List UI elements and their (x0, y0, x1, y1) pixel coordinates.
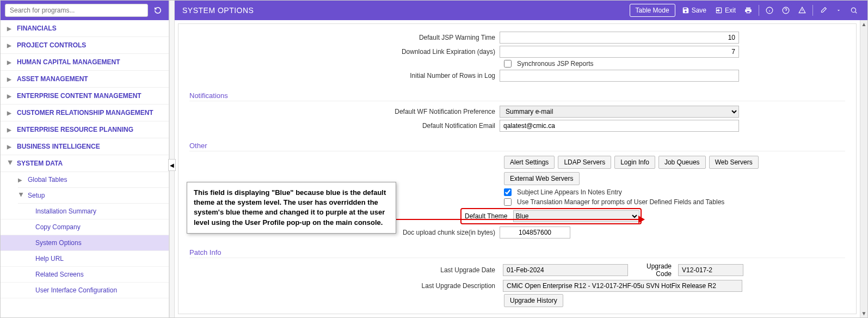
vertical-scrollbar[interactable]: ▲ ▼ (860, 20, 867, 317)
default-theme-highlight: Default Theme Blue (460, 208, 642, 224)
upgrade-code-input (678, 264, 743, 276)
external-web-servers-button[interactable]: External Web Servers (504, 172, 580, 185)
table-mode-button[interactable]: Table Mode (630, 4, 675, 17)
edit-icon (820, 7, 827, 14)
edit-button[interactable] (817, 4, 829, 17)
divider (759, 5, 759, 16)
nav-setup[interactable]: ▶Setup (18, 188, 169, 204)
nav-label: CUSTOMER RELATIONSHIP MANAGEMENT (17, 109, 153, 117)
nav-label: SYSTEM DATA (17, 160, 63, 167)
nav-label: ASSET MANAGEMENT (17, 75, 88, 83)
refresh-icon (154, 7, 162, 14)
nav-label: BUSINESS INTELLIGENCE (17, 143, 100, 150)
nav-crm[interactable]: ▶CUSTOMER RELATIONSHIP MANAGEMENT (1, 105, 169, 121)
top-actions: Table Mode Save Exit (630, 4, 860, 17)
chevron-right-icon: ▶ (7, 59, 14, 65)
save-button[interactable]: Save (680, 4, 709, 17)
nav-label: ENTERPRISE RESOURCE PLANNING (17, 126, 133, 133)
login-info-button[interactable]: Login Info (614, 156, 655, 169)
info-icon (766, 7, 773, 14)
save-label: Save (692, 7, 706, 14)
scroll-up-icon[interactable]: ▲ (860, 21, 867, 27)
translation-checkbox[interactable] (504, 198, 512, 206)
upgrade-code-label: Upgrade Code (631, 262, 675, 278)
subject-line-checkbox[interactable] (504, 188, 512, 196)
chevron-right-icon: ▶ (18, 177, 24, 183)
nav-system-data[interactable]: ▶SYSTEM DATA (1, 155, 169, 172)
help-button[interactable] (780, 4, 792, 17)
nav-related-screens[interactable]: Related Screens (1, 267, 169, 283)
nav-installation-summary[interactable]: Installation Summary (1, 204, 169, 219)
sidebar: ▶FINANCIALS ▶PROJECT CONTROLS ▶HUMAN CAP… (1, 1, 169, 317)
jsp-warning-input[interactable] (500, 32, 739, 44)
initial-rows-input[interactable] (500, 70, 739, 82)
chevron-right-icon: ▶ (7, 26, 14, 32)
jsp-warning-label: Default JSP Warning Time (189, 34, 500, 41)
search-input[interactable] (5, 4, 148, 17)
ldap-servers-button[interactable]: LDAP Servers (558, 156, 611, 169)
exit-icon (715, 7, 723, 14)
content-wrap: Default JSP Warning Time Download Link E… (175, 20, 867, 317)
exit-button[interactable]: Exit (713, 4, 738, 17)
nav-help-url[interactable]: Help URL (1, 251, 169, 267)
search-icon (850, 7, 858, 14)
page-title: SYSTEM OPTIONS (182, 6, 254, 15)
nav-system-options[interactable]: System Options (1, 235, 169, 251)
wf-pref-label: Default WF Notification Preference (189, 108, 500, 115)
main-panel: SYSTEM OPTIONS Table Mode Save Exit (175, 1, 867, 317)
download-exp-input[interactable] (500, 46, 739, 58)
alert-icon (798, 7, 806, 14)
notif-email-input[interactable] (500, 120, 739, 132)
annotation-callout: This field is displaying "Blue" because … (187, 182, 396, 234)
chevron-right-icon: ▶ (7, 127, 14, 133)
nav-erp[interactable]: ▶ENTERPRISE RESOURCE PLANNING (1, 121, 169, 138)
chevron-right-icon: ▶ (7, 110, 14, 116)
nav-hcm[interactable]: ▶HUMAN CAPITAL MANAGEMENT (1, 54, 169, 71)
translation-label: Use Translation Manager for prompts of U… (517, 198, 724, 206)
dropdown-button[interactable] (834, 4, 844, 17)
splitter-handle[interactable]: ◀ (168, 159, 176, 171)
nav-asset-mgmt[interactable]: ▶ASSET MANAGEMENT (1, 71, 169, 88)
patch-info-heading: Patch Info (189, 248, 845, 258)
nav-ecm[interactable]: ▶ENTERPRISE CONTENT MANAGEMENT (1, 88, 169, 105)
nav-label: FINANCIALS (17, 25, 57, 32)
svg-line-8 (855, 11, 857, 13)
nav-label: HUMAN CAPITAL MANAGEMENT (17, 58, 120, 66)
nav-ui-config[interactable]: User Interface Configuration (1, 283, 169, 298)
web-servers-button[interactable]: Web Servers (709, 156, 759, 169)
chunk-input[interactable] (500, 227, 570, 238)
job-queues-button[interactable]: Job Queues (658, 156, 706, 169)
annotation-arrow (396, 219, 641, 220)
scroll-down-icon[interactable]: ▼ (860, 310, 867, 316)
sync-jsp-checkbox[interactable] (504, 60, 512, 68)
help-icon (782, 7, 790, 14)
nav-project-controls[interactable]: ▶PROJECT CONTROLS (1, 37, 169, 54)
sidebar-splitter[interactable]: ◀ (169, 1, 175, 317)
upgrade-history-button[interactable]: Upgrade History (504, 294, 563, 307)
sync-jsp-label: Synchronous JSP Reports (517, 60, 594, 68)
nav-bi[interactable]: ▶BUSINESS INTELLIGENCE (1, 138, 169, 155)
upgrade-date-label: Last Upgrade Date (189, 266, 500, 274)
chevron-down-icon (836, 8, 841, 13)
alert-button[interactable] (796, 4, 808, 17)
initial-rows-label: Initial Number of Rows in Log (189, 72, 500, 80)
chevron-down-icon: ▶ (19, 192, 24, 199)
refresh-button[interactable] (151, 4, 164, 17)
svg-point-7 (851, 8, 855, 12)
chevron-right-icon: ▶ (7, 93, 14, 99)
form-area: Default JSP Warning Time Download Link E… (178, 23, 857, 314)
print-button[interactable] (742, 4, 754, 17)
info-button[interactable] (764, 4, 775, 17)
nav-label: PROJECT CONTROLS (17, 41, 86, 49)
chevron-right-icon: ▶ (7, 144, 14, 150)
nav-financials[interactable]: ▶FINANCIALS (1, 20, 169, 37)
wf-pref-select[interactable]: Summary e-mail (500, 106, 739, 118)
nav-global-tables[interactable]: ▶Global Tables (18, 172, 169, 188)
default-theme-select[interactable]: Blue (513, 210, 639, 222)
divider (812, 5, 813, 16)
chevron-right-icon: ▶ (7, 42, 14, 48)
nav-copy-company[interactable]: Copy Company (1, 219, 169, 235)
alert-settings-button[interactable]: Alert Settings (504, 156, 555, 169)
annotation-arrow-head (638, 216, 645, 223)
search-top-button[interactable] (848, 4, 860, 17)
